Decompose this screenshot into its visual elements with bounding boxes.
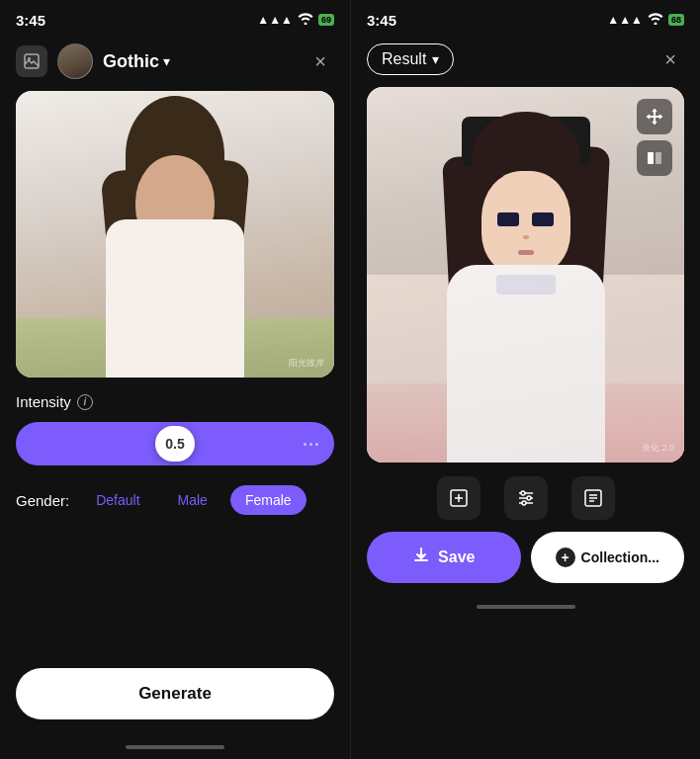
- save-button[interactable]: Save: [367, 532, 521, 583]
- gallery-icon[interactable]: [16, 45, 47, 77]
- move-tool-button[interactable]: [637, 99, 672, 134]
- status-bar-right: 3:45 ▲▲▲ 68: [351, 0, 700, 36]
- left-close-button[interactable]: ×: [306, 47, 334, 75]
- gender-buttons: Default Male Female: [81, 485, 306, 515]
- svg-rect-3: [656, 152, 661, 164]
- svg-point-7: [522, 501, 526, 505]
- left-header: Gothic ▾ ×: [0, 36, 350, 91]
- left-battery: 69: [318, 14, 334, 26]
- right-wifi-icon: [648, 13, 663, 28]
- info-icon[interactable]: i: [77, 394, 93, 410]
- gender-default-button[interactable]: Default: [81, 485, 154, 515]
- gender-label: Gender:: [16, 492, 69, 509]
- slider-dots: [304, 443, 318, 446]
- source-photo[interactable]: 阳光彼岸: [16, 91, 334, 378]
- collection-button[interactable]: + Collection...: [531, 532, 685, 583]
- right-panel: 3:45 ▲▲▲ 68 Result ▾ ×: [350, 0, 700, 759]
- left-status-time: 3:45: [16, 12, 45, 29]
- photo-placeholder: 阳光彼岸: [16, 91, 334, 378]
- right-status-icons: ▲▲▲ 68: [607, 13, 684, 28]
- home-bar-right: [477, 605, 575, 609]
- right-header: Result ▾ ×: [351, 36, 700, 87]
- save-icon: [412, 547, 430, 568]
- resize-action-button[interactable]: [437, 476, 481, 520]
- compare-tool-button[interactable]: [637, 140, 672, 176]
- wifi-icon: [298, 13, 313, 28]
- gender-male-button[interactable]: Male: [163, 485, 222, 515]
- result-image[interactable]: 美化 2.0: [367, 87, 684, 463]
- history-action-button[interactable]: [571, 476, 615, 520]
- result-label: Result: [382, 50, 426, 68]
- adjust-action-button[interactable]: [504, 476, 548, 520]
- generate-btn-container: Generate: [0, 660, 350, 739]
- svg-rect-2: [648, 152, 654, 164]
- home-indicator-left: [0, 739, 350, 759]
- style-name: Gothic: [103, 51, 159, 72]
- gender-section: Gender: Default Male Female: [0, 473, 350, 531]
- intensity-slider[interactable]: 0.5: [16, 422, 334, 465]
- plus-circle-icon: +: [556, 548, 575, 567]
- right-battery: 68: [668, 14, 684, 26]
- left-header-left: Gothic ▾: [16, 43, 170, 79]
- chevron-down-icon: ▾: [163, 53, 170, 69]
- bottom-buttons: Save + Collection...: [351, 532, 700, 599]
- style-selector[interactable]: Gothic ▾: [103, 51, 170, 72]
- right-status-time: 3:45: [367, 12, 396, 29]
- result-dropdown[interactable]: Result ▾: [367, 43, 454, 75]
- right-signal-icon: ▲▲▲: [607, 13, 643, 27]
- result-image-bg: 美化 2.0: [367, 87, 684, 463]
- status-bar-left: 3:45 ▲▲▲ 69: [0, 0, 350, 36]
- intensity-section: Intensity i 0.5: [0, 378, 350, 473]
- slider-thumb: 0.5: [155, 426, 195, 462]
- left-panel: 3:45 ▲▲▲ 69: [0, 0, 350, 759]
- result-chevron-icon: ▾: [432, 51, 439, 67]
- svg-point-5: [521, 491, 525, 495]
- left-status-icons: ▲▲▲ 69: [257, 13, 334, 28]
- home-bar-left: [126, 745, 224, 749]
- gender-female-button[interactable]: Female: [230, 485, 306, 515]
- home-indicator-right: [351, 599, 700, 619]
- right-close-button[interactable]: ×: [656, 45, 684, 73]
- intensity-label: Intensity i: [16, 393, 334, 410]
- photo-watermark: 阳光彼岸: [289, 357, 324, 370]
- generate-button[interactable]: Generate: [16, 668, 334, 719]
- collection-label: Collection...: [581, 549, 659, 565]
- avatar: [57, 43, 93, 79]
- result-watermark: 美化 2.0: [642, 442, 674, 455]
- svg-point-6: [527, 496, 531, 500]
- save-label: Save: [438, 548, 475, 566]
- result-actions-row: [351, 463, 700, 532]
- signal-icon: ▲▲▲: [257, 13, 293, 27]
